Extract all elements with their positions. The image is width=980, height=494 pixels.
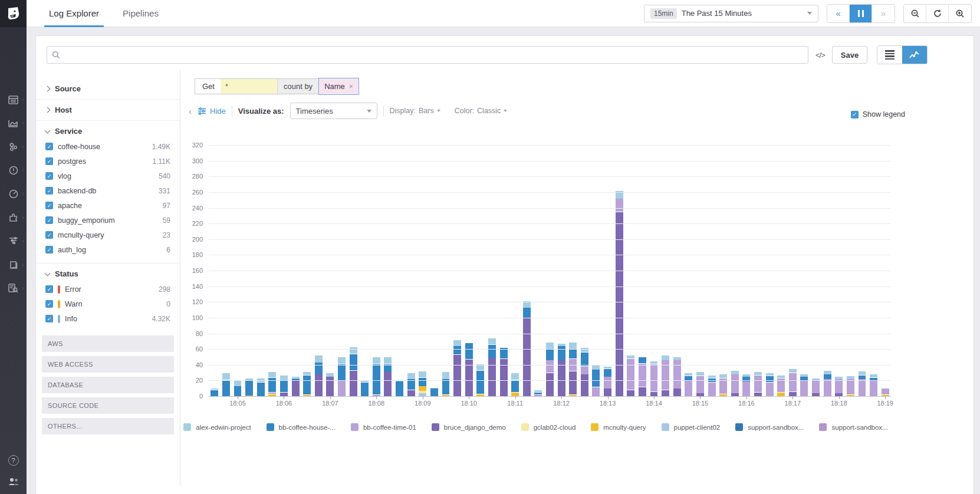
service-facet-item[interactable]: ✓vlog540 bbox=[45, 169, 170, 183]
bar-segment[interactable] bbox=[604, 369, 611, 377]
bar-segment[interactable] bbox=[592, 370, 600, 387]
show-legend-toggle[interactable]: ✓ Show legend bbox=[851, 110, 905, 118]
bar-segment[interactable] bbox=[766, 373, 774, 376]
infrastructure-icon[interactable]: › bbox=[8, 141, 19, 152]
bar-segment[interactable] bbox=[639, 357, 646, 363]
bar-segment[interactable] bbox=[280, 381, 288, 392]
bar-segment[interactable] bbox=[673, 357, 681, 360]
bar-segment[interactable] bbox=[650, 392, 658, 396]
bar-segment[interactable] bbox=[211, 388, 218, 390]
checkbox-checked-icon[interactable]: ✓ bbox=[45, 231, 53, 239]
facet-group-web-access[interactable]: WEB ACCESS bbox=[42, 356, 174, 373]
facet-group-source-code[interactable]: SOURCE CODE bbox=[42, 397, 174, 414]
legend-item[interactable]: mcnulty-query bbox=[591, 423, 646, 431]
bar-segment[interactable] bbox=[859, 379, 866, 396]
bar-segment[interactable] bbox=[604, 388, 611, 396]
bar-segment[interactable] bbox=[789, 392, 797, 396]
checkbox-checked-icon[interactable]: ✓ bbox=[45, 246, 53, 253]
monitors-alert-icon[interactable]: › bbox=[8, 165, 19, 176]
bar-segment[interactable] bbox=[731, 374, 739, 393]
bar-segment[interactable] bbox=[800, 381, 808, 396]
bar-segment[interactable] bbox=[627, 390, 634, 396]
bar-segment[interactable] bbox=[419, 378, 426, 386]
bar-segment[interactable] bbox=[384, 357, 392, 364]
facet-label[interactable]: Warn bbox=[65, 300, 162, 308]
bar-segment[interactable] bbox=[222, 373, 230, 380]
facet-group-aws[interactable]: AWS bbox=[42, 335, 174, 352]
facet-label[interactable]: buggy_emporium bbox=[58, 216, 158, 225]
dashboards-icon[interactable]: › bbox=[8, 94, 19, 105]
logs-search-icon[interactable]: › bbox=[8, 283, 19, 294]
bar-segment[interactable] bbox=[696, 376, 704, 393]
zoom-out-button[interactable] bbox=[904, 5, 926, 22]
legend-item[interactable]: puppet-client02 bbox=[662, 423, 721, 431]
bar-segment[interactable] bbox=[280, 376, 288, 381]
bar-segment[interactable] bbox=[650, 364, 658, 391]
collapse-chevron-icon[interactable]: ‹ bbox=[189, 106, 192, 116]
bar-segment[interactable] bbox=[350, 371, 357, 396]
hide-button[interactable]: Hide bbox=[198, 107, 226, 116]
service-facet-item[interactable]: ✓buggy_emporium59 bbox=[45, 213, 170, 228]
bar-segment[interactable] bbox=[488, 358, 496, 396]
bar-segment[interactable] bbox=[558, 344, 565, 345]
bar-segment[interactable] bbox=[824, 374, 831, 378]
refresh-button[interactable] bbox=[926, 5, 949, 22]
bar-segment[interactable] bbox=[326, 373, 334, 377]
tab-pipelines[interactable]: Pipelines bbox=[111, 0, 170, 27]
account-users-icon[interactable] bbox=[8, 477, 19, 486]
bar-segment[interactable] bbox=[442, 379, 450, 394]
legend-item[interactable]: support-sandbox... bbox=[735, 423, 804, 431]
facet-label[interactable]: vlog bbox=[58, 172, 154, 180]
bar-segment[interactable] bbox=[546, 360, 554, 373]
bar-segment[interactable] bbox=[800, 374, 808, 376]
bar-segment[interactable] bbox=[384, 364, 392, 372]
bar-segment[interactable] bbox=[546, 342, 554, 349]
facet-label[interactable]: Info bbox=[65, 315, 147, 323]
checkbox-checked-icon[interactable]: ✓ bbox=[45, 216, 53, 224]
code-view-icon[interactable]: </> bbox=[814, 51, 826, 60]
bar-segment[interactable] bbox=[419, 371, 426, 377]
bar-segment[interactable] bbox=[581, 348, 588, 352]
query-token-box[interactable]: Get * count by Name × bbox=[195, 78, 359, 94]
bar-segment[interactable] bbox=[453, 340, 461, 346]
service-facet-item[interactable]: ✓postgres1.11K bbox=[45, 154, 170, 169]
checkbox-checked-icon[interactable]: ✓ bbox=[851, 111, 859, 118]
bar-segment[interactable] bbox=[511, 380, 519, 393]
legend-item[interactable]: bb-coffee-house-... bbox=[267, 423, 336, 431]
bar-segment[interactable] bbox=[558, 346, 565, 360]
bar-segment[interactable] bbox=[766, 383, 774, 396]
service-facet-item[interactable]: ✓apache97 bbox=[45, 198, 170, 213]
integrations-puzzle-icon[interactable]: › bbox=[8, 212, 19, 223]
bar-segment[interactable] bbox=[268, 372, 276, 377]
bar-segment[interactable] bbox=[315, 355, 323, 362]
bar-segment[interactable] bbox=[731, 371, 739, 374]
bar-segment[interactable] bbox=[569, 350, 577, 358]
bar-segment[interactable] bbox=[222, 380, 230, 396]
bar-segment[interactable] bbox=[442, 372, 450, 378]
bar-segment[interactable] bbox=[430, 388, 438, 396]
search-box[interactable] bbox=[47, 46, 808, 64]
bar-segment[interactable] bbox=[662, 355, 669, 360]
checkbox-checked-icon[interactable]: ✓ bbox=[45, 157, 53, 165]
bar-segment[interactable] bbox=[627, 355, 634, 358]
list-view-button[interactable] bbox=[877, 46, 902, 64]
facet-label[interactable]: backend-db bbox=[58, 187, 154, 195]
bar-segment[interactable] bbox=[719, 374, 727, 378]
bar-segment[interactable] bbox=[835, 379, 843, 393]
bar-segment[interactable] bbox=[350, 347, 357, 354]
bar-segment[interactable] bbox=[824, 379, 831, 396]
bar-segment[interactable] bbox=[407, 373, 415, 379]
bar-segment[interactable] bbox=[361, 383, 369, 396]
bar-segment[interactable] bbox=[234, 386, 242, 396]
legend-item[interactable]: alex-edwin-project bbox=[183, 423, 251, 431]
bar-segment[interactable] bbox=[662, 390, 669, 396]
bar-segment[interactable] bbox=[708, 376, 716, 378]
chart-view-button[interactable] bbox=[902, 46, 927, 64]
query-groupby-token[interactable]: Name × bbox=[318, 78, 359, 95]
bar-segment[interactable] bbox=[268, 393, 276, 394]
color-dropdown[interactable]: Color: Classic bbox=[455, 107, 508, 115]
facet-label[interactable]: postgres bbox=[58, 157, 148, 166]
pause-button[interactable] bbox=[850, 5, 872, 22]
pipelines-filter-icon[interactable]: › bbox=[8, 236, 19, 246]
checkbox-checked-icon[interactable]: ✓ bbox=[45, 187, 53, 195]
